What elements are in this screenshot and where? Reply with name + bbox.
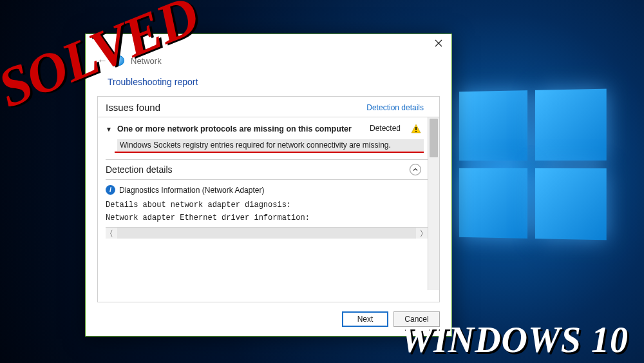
info-icon: i <box>106 185 115 195</box>
issue-row: ▼ One or more network protocols are miss… <box>106 123 439 137</box>
diagnostic-text-1: Details about network adapter diagnosis: <box>106 199 439 211</box>
diagnostics-row: i Diagnostics Information (Network Adapt… <box>106 180 439 199</box>
issues-heading: Issues found <box>106 102 160 113</box>
chevron-up-icon <box>413 167 418 172</box>
horizontal-scrollbar[interactable]: 〈 〉 <box>106 227 428 239</box>
scroll-area: ▼ One or more network protocols are miss… <box>98 117 439 302</box>
button-row: Next Cancel <box>86 302 451 336</box>
detection-section-label: Detection details <box>106 164 173 175</box>
issues-header: Issues found Detection details <box>98 97 439 117</box>
report-title: Troubleshooting report <box>86 66 451 96</box>
vertical-scrollbar[interactable] <box>428 117 439 290</box>
detection-details-link[interactable]: Detection details <box>366 103 424 112</box>
close-icon <box>435 39 442 47</box>
header-row: ← Network <box>86 52 451 66</box>
detection-section-header: Detection details <box>106 159 439 180</box>
troubleshooter-dialog: ← Network Troubleshooting report Issues … <box>85 34 452 337</box>
diagnostics-label: Diagnostics Information (Network Adapter… <box>119 186 264 195</box>
titlebar <box>86 34 451 52</box>
content-box: Issues found Detection details ▼ One or … <box>97 96 440 302</box>
back-arrow-icon[interactable]: ← <box>97 55 108 66</box>
vscroll-thumb[interactable] <box>430 119 438 157</box>
scroll-left-arrow-icon[interactable]: 〈 <box>106 228 117 239</box>
diagnostic-text-2: Network adapter Ethernet driver informat… <box>106 211 439 224</box>
issue-status: Detected <box>370 124 401 133</box>
scroll-right-arrow-icon[interactable]: 〉 <box>416 228 428 239</box>
issue-description: Windows Sockets registry entries require… <box>117 139 424 151</box>
highlight-underline <box>115 152 424 153</box>
next-button[interactable]: Next <box>342 311 388 327</box>
svg-rect-0 <box>415 127 417 130</box>
header-category: Network <box>131 56 162 66</box>
expand-triangle-icon[interactable]: ▼ <box>106 126 112 133</box>
close-button[interactable] <box>431 37 446 50</box>
issue-title: One or more network protocols are missin… <box>117 124 365 134</box>
network-globe-icon <box>114 55 124 66</box>
windows-logo-background <box>459 89 607 240</box>
collapse-button[interactable] <box>410 164 421 175</box>
svg-rect-1 <box>415 131 417 132</box>
cancel-button[interactable]: Cancel <box>393 311 440 327</box>
warning-icon <box>411 124 421 134</box>
hscroll-track[interactable] <box>117 228 416 239</box>
